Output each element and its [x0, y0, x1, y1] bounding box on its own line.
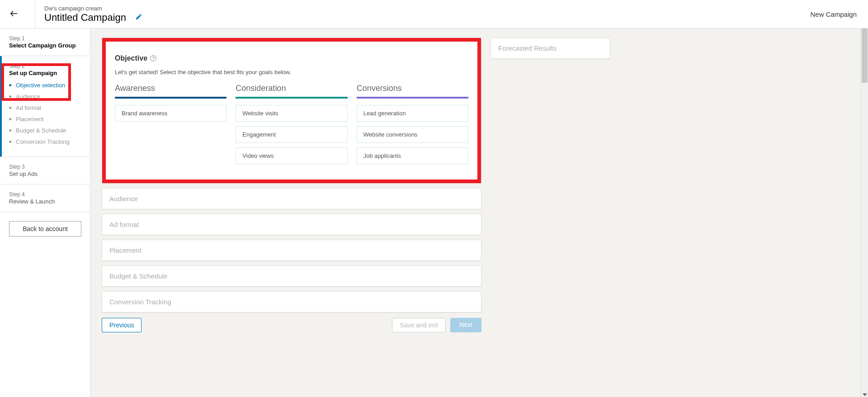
objective-option-job-applicants[interactable]: Job applicants: [357, 147, 468, 164]
header-right-label: New Campaign: [810, 10, 857, 18]
collapsed-budget-schedule[interactable]: Budget & Schedule: [102, 265, 481, 287]
sidebar-item-budget-schedule[interactable]: Budget & Schedule: [9, 127, 81, 134]
bullet-icon: [9, 107, 11, 109]
edit-icon[interactable]: [135, 13, 142, 22]
forecasted-results-card[interactable]: Forecasted Results: [491, 38, 610, 59]
bullet-icon: [9, 118, 11, 120]
step-num: Step 3: [9, 164, 81, 170]
sidebar-item-label: Audience: [16, 93, 40, 100]
sidebar-step-1[interactable]: Step 1 Select Campaign Group: [0, 28, 90, 56]
objective-column-consideration: Consideration Website visits Engagement …: [236, 84, 347, 169]
title-block: Dw's campaign cream Untitled Campaign: [44, 5, 142, 24]
sidebar-item-label: Objective selection: [16, 82, 65, 89]
column-bar: [115, 97, 226, 99]
footer-buttons: Previous Save and exit Next: [102, 318, 481, 332]
column-bar: [357, 97, 468, 99]
sidebar-item-objective-selection[interactable]: Objective selection: [9, 82, 81, 89]
sidebar-item-placement[interactable]: Placement: [9, 116, 81, 123]
main-content: Objective ? Let's get started! Select th…: [90, 28, 868, 397]
column-title: Awareness: [115, 84, 226, 93]
collapsed-conversion-tracking[interactable]: Conversion Tracking: [102, 291, 481, 312]
header: Dw's campaign cream Untitled Campaign Ne…: [0, 0, 868, 28]
collapsed-audience[interactable]: Audience: [102, 188, 481, 209]
objective-option-lead-generation[interactable]: Lead generation: [357, 105, 468, 122]
bullet-icon: [9, 141, 11, 143]
objective-option-website-visits[interactable]: Website visits: [236, 105, 347, 122]
step-title: Select Campaign Group: [9, 42, 81, 49]
step2-sublist: Objective selection Audience Ad format P…: [9, 82, 81, 145]
back-to-account-button[interactable]: Back to account: [9, 221, 81, 236]
header-divider: [35, 0, 35, 28]
objective-option-brand-awareness[interactable]: Brand awareness: [115, 105, 226, 122]
objective-column-awareness: Awareness Brand awareness: [115, 84, 226, 169]
objective-option-website-conversions[interactable]: Website conversions: [357, 126, 468, 143]
step-title: Set up Campaign: [9, 70, 81, 76]
bullet-icon: [9, 129, 11, 132]
sidebar-step-2[interactable]: Step 2 Set up Campaign Objective selecti…: [0, 56, 90, 157]
objective-option-video-views[interactable]: Video views: [236, 147, 347, 164]
collapsed-ad-format[interactable]: Ad format: [102, 214, 481, 235]
help-icon[interactable]: ?: [150, 55, 156, 61]
breadcrumb: Dw's campaign cream: [44, 5, 142, 12]
next-button[interactable]: Next: [450, 318, 481, 332]
step-title: Review & Launch: [9, 198, 81, 205]
scrollbar-thumb[interactable]: [862, 28, 868, 83]
save-exit-button[interactable]: Save and exit: [392, 318, 446, 332]
objective-option-engagement[interactable]: Engagement: [236, 126, 347, 143]
step-num: Step 4: [9, 191, 81, 198]
sidebar-item-audience[interactable]: Audience: [9, 93, 81, 100]
objective-card: Objective ? Let's get started! Select th…: [102, 38, 481, 184]
bullet-icon: [9, 84, 11, 86]
previous-button[interactable]: Previous: [102, 318, 142, 332]
back-arrow-icon[interactable]: [9, 9, 19, 20]
objective-column-conversions: Conversions Lead generation Website conv…: [357, 84, 468, 169]
collapsed-placement[interactable]: Placement: [102, 240, 481, 261]
scroll-down-icon[interactable]: [863, 393, 867, 396]
objective-title: Objective: [115, 54, 147, 62]
sidebar-item-label: Placement: [16, 116, 43, 123]
column-bar: [236, 97, 347, 99]
bullet-icon: [9, 95, 11, 98]
sidebar-item-label: Budget & Schedule: [16, 127, 66, 134]
sidebar: Step 1 Select Campaign Group Step 2 Set …: [0, 28, 90, 397]
sidebar-item-label: Ad format: [16, 104, 41, 111]
column-title: Conversions: [357, 84, 468, 93]
step-title: Set up Ads: [9, 170, 81, 177]
step-num: Step 1: [9, 35, 81, 42]
objective-subtitle: Let's get started! Select the objective …: [115, 69, 468, 76]
sidebar-step-3[interactable]: Step 3 Set up Ads: [0, 157, 90, 184]
sidebar-item-ad-format[interactable]: Ad format: [9, 104, 81, 111]
step-num: Step 2: [9, 63, 81, 69]
campaign-title: Untitled Campaign: [44, 12, 126, 24]
scrollbar[interactable]: [860, 28, 868, 397]
sidebar-step-4[interactable]: Step 4 Review & Launch: [0, 184, 90, 212]
sidebar-item-conversion-tracking[interactable]: Conversion Tracking: [9, 138, 81, 145]
column-title: Consideration: [236, 84, 347, 93]
sidebar-item-label: Conversion Tracking: [16, 138, 70, 145]
